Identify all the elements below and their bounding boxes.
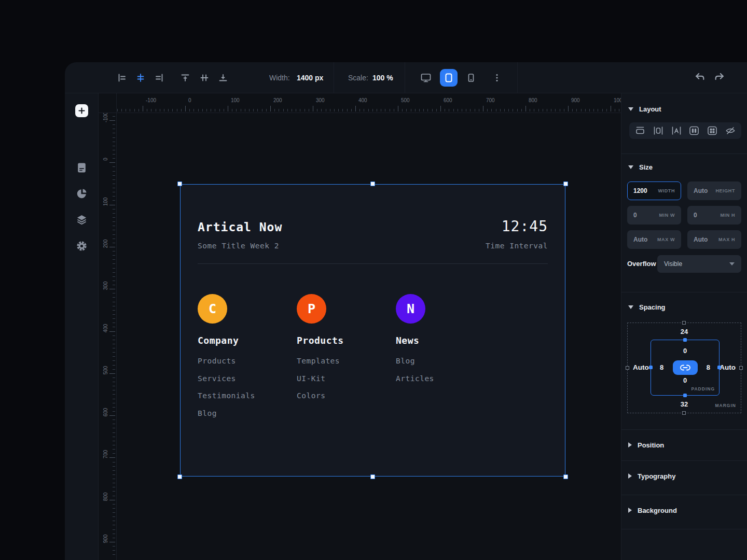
height-field[interactable]: Auto HEIGHT	[687, 181, 741, 200]
canvas[interactable]: -10001002003004005006007008009001000 -10…	[99, 93, 621, 560]
redo-button[interactable]	[714, 72, 725, 83]
width-value[interactable]: 1400 px	[297, 62, 323, 93]
margin-tag: MARGIN	[715, 403, 736, 408]
horizontal-ruler[interactable]: -10001002003004005006007008009001000	[117, 93, 621, 113]
padding-box[interactable]: 0 0 8 8 PADDING	[651, 340, 720, 396]
margin-bottom-handle[interactable]	[682, 411, 686, 415]
footer-link[interactable]: Blog	[198, 405, 297, 423]
min-height-value: 0	[694, 212, 697, 219]
align-right-button[interactable]	[154, 73, 164, 83]
margin-top-value[interactable]: 24	[628, 328, 741, 335]
frame-title[interactable]: Artical Now	[198, 220, 282, 234]
footer-link[interactable]: Templates	[297, 353, 396, 370]
visibility-off-icon[interactable]	[724, 124, 737, 137]
min-height-field[interactable]: 0 MIN H	[687, 206, 741, 225]
margin-right-value[interactable]: Auto	[720, 363, 736, 371]
padding-bottom-handle[interactable]	[683, 394, 687, 397]
footer-link[interactable]: Colors	[297, 387, 396, 405]
padding-right-value[interactable]: 8	[707, 363, 710, 371]
pages-icon[interactable]	[76, 162, 88, 174]
undo-button[interactable]	[694, 72, 706, 83]
align-bottom-button[interactable]	[218, 73, 228, 83]
align-left-button[interactable]	[117, 73, 127, 83]
column-heading[interactable]: News	[396, 335, 495, 347]
selected-frame[interactable]: Artical Now 12:45 Some Title Week 2 Time…	[180, 184, 565, 477]
footer-link[interactable]: Services	[198, 370, 297, 388]
analytics-pie-icon[interactable]	[76, 188, 88, 200]
resize-handle-top-left[interactable]	[177, 181, 182, 186]
frame-time-label[interactable]: Time Interval	[486, 242, 548, 250]
typography-section-header[interactable]: Typography	[621, 460, 747, 492]
desktop-preview-button[interactable]	[417, 69, 435, 87]
margin-right-handle[interactable]	[739, 366, 743, 370]
padding-left-handle[interactable]	[649, 366, 653, 369]
align-middle-vertical-button[interactable]	[199, 73, 210, 83]
layout-grid-icon[interactable]	[706, 124, 718, 137]
resize-handle-bottom-left[interactable]	[177, 474, 182, 479]
layout-section-title: Layout	[639, 105, 661, 113]
min-height-label: MIN H	[721, 213, 736, 218]
frame-divider	[198, 263, 548, 264]
toolbar: Width: 1400 px Scale: 100 %	[65, 62, 747, 93]
margin-box[interactable]: 24 32 Auto Auto MARGIN 0 0 8 8 PADDING	[627, 323, 741, 413]
products-badge[interactable]: P	[297, 294, 326, 324]
background-section-header[interactable]: Background	[621, 495, 747, 526]
column-news[interactable]: N News Blog Articles	[396, 294, 495, 422]
column-heading[interactable]: Products	[297, 335, 396, 347]
layout-rows-icon[interactable]	[634, 124, 646, 137]
layout-section-header[interactable]: Layout	[628, 105, 661, 113]
footer-link[interactable]: Blog	[396, 353, 495, 370]
news-badge[interactable]: N	[396, 294, 425, 324]
padding-bottom-value[interactable]: 0	[651, 376, 719, 384]
left-sidebar	[65, 93, 99, 560]
padding-top-handle[interactable]	[683, 338, 687, 342]
min-width-field[interactable]: 0 MIN W	[627, 206, 681, 225]
column-company[interactable]: C Company Products Services Testimonials…	[198, 294, 297, 422]
resize-handle-top-right[interactable]	[563, 181, 568, 186]
frame-header: Artical Now 12:45 Some Title Week 2 Time…	[198, 218, 548, 250]
align-top-button[interactable]	[180, 73, 190, 83]
margin-left-handle[interactable]	[626, 366, 629, 370]
frame-subtitle[interactable]: Some Title Week 2	[198, 242, 279, 250]
position-section-header[interactable]: Position	[621, 429, 747, 460]
vertical-ruler[interactable]: -1000100200300400500600700800900	[99, 113, 117, 560]
max-width-field[interactable]: Auto MAX W	[627, 230, 681, 249]
layout-text-icon[interactable]	[670, 124, 683, 137]
column-heading[interactable]: Company	[198, 335, 297, 347]
size-section-header[interactable]: Size	[628, 163, 653, 171]
frame-time[interactable]: 12:45	[502, 218, 548, 235]
max-height-value: Auto	[694, 236, 708, 243]
link-padding-button[interactable]	[673, 360, 698, 375]
padding-top-value[interactable]: 0	[651, 347, 719, 355]
width-field[interactable]: 1200 WIDTH	[627, 181, 681, 200]
tablet-preview-button[interactable]	[440, 69, 458, 87]
resize-handle-top-center[interactable]	[370, 181, 375, 186]
column-products[interactable]: P Products Templates UI-Kit Colors	[297, 294, 396, 422]
add-element-button[interactable]	[75, 104, 88, 117]
overflow-dropdown[interactable]: Visible	[657, 255, 741, 273]
scale-value[interactable]: 100 %	[372, 62, 393, 93]
align-center-horizontal-button[interactable]	[135, 73, 146, 83]
footer-link[interactable]: Products	[198, 353, 297, 370]
mobile-preview-button[interactable]	[462, 69, 480, 87]
footer-link[interactable]: Testimonials	[198, 387, 297, 405]
footer-link[interactable]: Articles	[396, 370, 495, 388]
resize-handle-bottom-right[interactable]	[563, 474, 568, 479]
company-badge[interactable]: C	[198, 294, 227, 324]
layout-split-icon[interactable]	[688, 124, 700, 137]
more-options-button[interactable]	[488, 69, 506, 87]
layout-columns-icon[interactable]	[652, 124, 665, 137]
padding-left-value[interactable]: 8	[660, 363, 663, 371]
margin-left-value[interactable]: Auto	[633, 363, 649, 371]
chevron-right-icon	[628, 473, 632, 479]
layers-icon[interactable]	[76, 214, 88, 226]
height-field-label: HEIGHT	[715, 188, 735, 193]
spacing-section-header[interactable]: Spacing	[628, 303, 666, 311]
design-app: Width: 1400 px Scale: 100 %	[0, 0, 747, 560]
resize-handle-bottom-center[interactable]	[370, 474, 375, 479]
margin-top-handle[interactable]	[682, 321, 686, 325]
footer-link[interactable]: UI-Kit	[297, 370, 396, 388]
max-height-field[interactable]: Auto MAX H	[687, 230, 741, 249]
padding-right-handle[interactable]	[717, 366, 721, 369]
settings-gear-icon[interactable]	[76, 240, 88, 252]
